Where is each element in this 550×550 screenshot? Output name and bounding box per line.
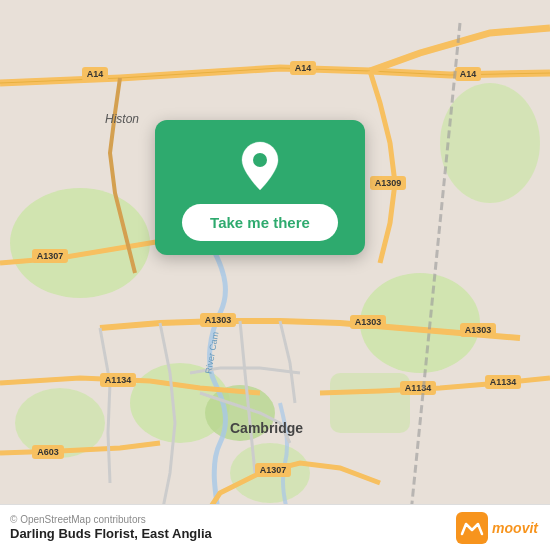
map-background: A14 A14 A14 A1307 A1309 A1303 A1303 A113… — [0, 0, 550, 550]
location-card: Take me there — [155, 120, 365, 255]
svg-text:A1307: A1307 — [260, 465, 287, 475]
svg-text:A1303: A1303 — [205, 315, 232, 325]
bottom-bar: © OpenStreetMap contributors Darling Bud… — [0, 504, 550, 550]
moovit-logo: moovit — [456, 512, 538, 544]
svg-text:A1307: A1307 — [37, 251, 64, 261]
svg-text:A1303: A1303 — [355, 317, 382, 327]
svg-point-4 — [440, 83, 540, 203]
svg-text:A1134: A1134 — [105, 375, 132, 385]
svg-rect-6 — [330, 373, 410, 433]
svg-text:A14: A14 — [295, 63, 312, 73]
svg-text:A603: A603 — [37, 447, 59, 457]
svg-text:A14: A14 — [87, 69, 104, 79]
location-pin-icon — [238, 140, 282, 192]
svg-text:A1134: A1134 — [405, 383, 432, 393]
moovit-brand-text: moovit — [492, 520, 538, 536]
svg-text:Histon: Histon — [105, 112, 139, 126]
svg-text:A1303: A1303 — [465, 325, 492, 335]
location-name: Darling Buds Florist, East Anglia — [10, 526, 212, 541]
bottom-left-info: © OpenStreetMap contributors Darling Bud… — [10, 514, 212, 541]
map-container: A14 A14 A14 A1307 A1309 A1303 A1303 A113… — [0, 0, 550, 550]
svg-point-38 — [253, 153, 267, 167]
moovit-brand-icon — [456, 512, 488, 544]
svg-text:A14: A14 — [460, 69, 477, 79]
take-me-there-button[interactable]: Take me there — [182, 204, 338, 241]
svg-rect-39 — [456, 512, 488, 544]
svg-text:A1309: A1309 — [375, 178, 402, 188]
copyright-text: © OpenStreetMap contributors — [10, 514, 212, 525]
svg-text:Cambridge: Cambridge — [230, 420, 303, 436]
svg-text:A1134: A1134 — [490, 377, 517, 387]
